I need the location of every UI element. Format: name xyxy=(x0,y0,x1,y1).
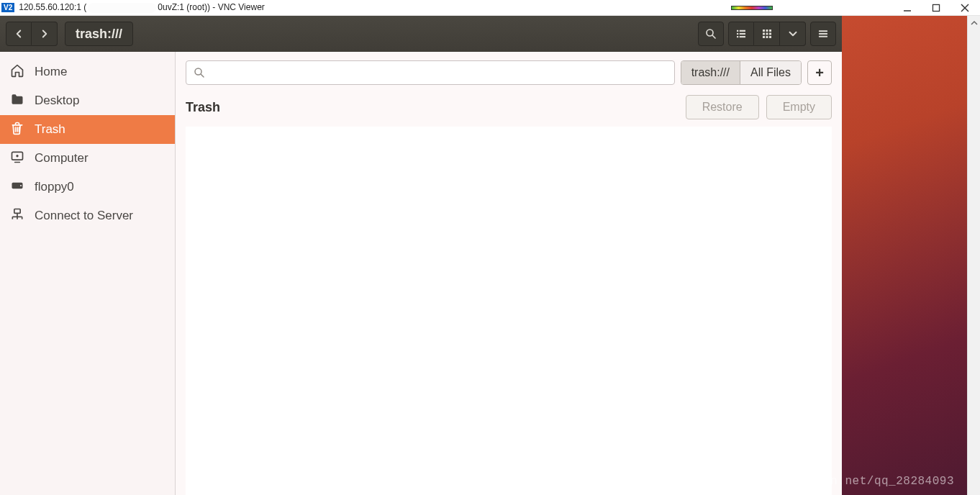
scroll-up-icon[interactable] xyxy=(970,17,979,26)
svg-rect-2 xyxy=(933,4,940,11)
minimize-button[interactable] xyxy=(902,3,912,13)
vnc-badge: V2 xyxy=(1,3,14,12)
sidebar-item-label: Home xyxy=(35,65,67,79)
watermark-text: https://blog.csdn.net/qq_28284093 xyxy=(714,475,954,488)
svg-point-26 xyxy=(16,155,18,157)
view-segment xyxy=(728,22,806,46)
places-sidebar: Home Desktop Trash Computer xyxy=(0,52,176,495)
nav-segment xyxy=(6,22,58,46)
svg-rect-7 xyxy=(737,30,738,32)
svg-line-37 xyxy=(201,74,204,77)
title-redacted xyxy=(88,3,156,13)
svg-rect-13 xyxy=(763,29,765,32)
sidebar-item-label: Connect to Server xyxy=(35,209,133,223)
search-filter-segment: trash:/// All Files xyxy=(681,60,802,85)
search-icon xyxy=(193,66,206,82)
svg-point-5 xyxy=(707,29,713,36)
file-manager-window: trash:/// Home xyxy=(0,16,842,495)
svg-rect-20 xyxy=(766,36,768,38)
svg-rect-18 xyxy=(769,33,771,35)
close-button[interactable] xyxy=(960,3,970,13)
svg-rect-12 xyxy=(740,36,745,37)
grid-view-button[interactable] xyxy=(754,22,780,46)
toolbar: trash:/// xyxy=(0,16,842,52)
location-bar[interactable]: trash:/// xyxy=(65,22,133,46)
filter-scope-button[interactable]: All Files xyxy=(740,61,801,84)
svg-rect-8 xyxy=(737,33,738,35)
empty-button[interactable]: Empty xyxy=(766,95,832,119)
title-prefix: 120.55.60.120:1 ( xyxy=(19,2,86,12)
sidebar-item-floppy[interactable]: floppy0 xyxy=(0,173,175,201)
sidebar-item-computer[interactable]: Computer xyxy=(0,144,175,173)
title-suffix: 0uvZ:1 (root)) - VNC Viewer xyxy=(158,2,264,12)
window-title: 120.55.60.120:1 (0uvZ:1 (root)) - VNC Vi… xyxy=(19,2,265,13)
search-input-wrap xyxy=(186,60,675,85)
network-icon xyxy=(10,207,24,225)
svg-rect-11 xyxy=(740,33,745,35)
sidebar-item-trash[interactable]: Trash xyxy=(0,115,175,144)
filter-location-button[interactable]: trash:/// xyxy=(681,61,740,84)
page-title: Trash xyxy=(186,100,220,115)
desktop-background[interactable]: https://blog.csdn.net/qq_28284093 xyxy=(842,16,967,495)
search-row: trash:/// All Files + xyxy=(186,60,832,85)
drive-icon xyxy=(10,178,24,196)
svg-rect-30 xyxy=(14,209,20,213)
forward-button[interactable] xyxy=(32,22,58,46)
home-icon xyxy=(10,63,24,81)
svg-rect-10 xyxy=(740,30,745,32)
maximize-button[interactable] xyxy=(931,3,941,13)
vnc-quality-indicator xyxy=(731,6,773,10)
trash-icon xyxy=(10,121,24,139)
sidebar-item-label: Trash xyxy=(35,122,65,137)
main-pane: trash:/// All Files + Trash Restore Empt… xyxy=(176,52,842,495)
svg-rect-16 xyxy=(763,33,765,35)
list-view-button[interactable] xyxy=(728,22,754,46)
hamburger-menu-button[interactable] xyxy=(810,22,836,46)
add-filter-button[interactable]: + xyxy=(807,60,832,85)
sidebar-item-label: Desktop xyxy=(35,94,79,108)
vnc-window-titlebar: V2 120.55.60.120:1 (0uvZ:1 (root)) - VNC… xyxy=(0,0,980,16)
svg-line-6 xyxy=(712,35,715,38)
sidebar-item-connect-server[interactable]: Connect to Server xyxy=(0,201,175,230)
svg-rect-19 xyxy=(763,36,765,38)
sidebar-item-label: Computer xyxy=(35,151,89,165)
svg-rect-17 xyxy=(766,33,768,35)
sidebar-item-desktop[interactable]: Desktop xyxy=(0,86,175,115)
title-row: Trash Restore Empty xyxy=(186,95,832,119)
back-button[interactable] xyxy=(6,22,32,46)
restore-button[interactable]: Restore xyxy=(686,95,759,119)
browser-scrollbar[interactable] xyxy=(967,16,980,495)
search-button[interactable] xyxy=(698,22,724,46)
svg-rect-15 xyxy=(769,29,771,32)
computer-icon xyxy=(10,150,24,168)
sidebar-item-label: floppy0 xyxy=(35,180,74,194)
svg-rect-9 xyxy=(737,36,738,37)
search-input[interactable] xyxy=(186,60,675,85)
sidebar-item-home[interactable]: Home xyxy=(0,58,175,86)
file-list-area[interactable] xyxy=(186,127,832,495)
view-options-button[interactable] xyxy=(780,22,806,46)
svg-point-36 xyxy=(195,68,201,75)
svg-rect-21 xyxy=(769,36,771,38)
svg-rect-14 xyxy=(766,29,768,32)
folder-icon xyxy=(10,92,24,110)
svg-point-29 xyxy=(20,185,22,186)
